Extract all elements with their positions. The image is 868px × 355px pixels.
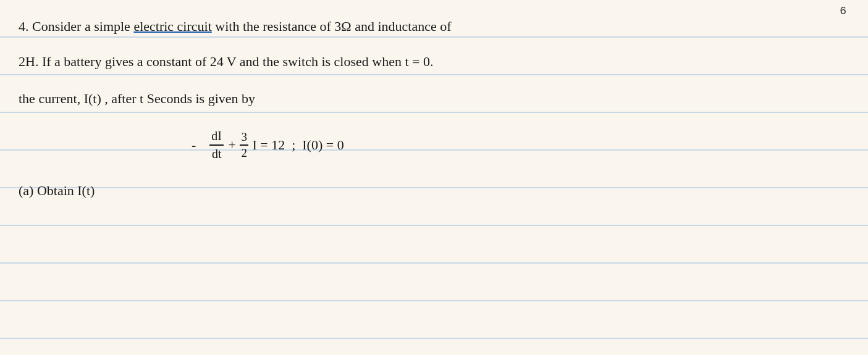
part-a-text: (a) Obtain I(t) <box>19 184 95 198</box>
page-container: 6 4. Consider a simple electric circuit … <box>0 0 868 355</box>
line2-text: 2H. If a battery gives a constant of 24 … <box>19 55 433 69</box>
underlined-text: electric circuit <box>133 19 211 34</box>
line3-text: the current, I(t) , after t Seconds is g… <box>19 92 255 106</box>
fraction-dI-dt: dI dt <box>209 129 224 161</box>
line-part-a: (a) Obtain I(t) <box>19 170 849 207</box>
dash: - <box>192 138 196 152</box>
math-plus: + <box>225 137 239 153</box>
line-1: 4. Consider a simple electric circuit wi… <box>19 6 849 43</box>
frac-numerator: 3 <box>240 130 248 146</box>
math-rest: I = 12 ; I(0) = 0 <box>249 137 344 153</box>
fraction-3-2: 3 2 <box>240 130 248 160</box>
problem-number: 4. Consider a simple electric circuit wi… <box>19 20 452 33</box>
fraction-numerator: dI <box>209 129 224 146</box>
frac-denominator: 2 <box>240 146 248 160</box>
line-3: the current, I(t) , after t Seconds is g… <box>19 80 849 117</box>
math-equation-block: - dI dt + 3 2 I = 12 ; I(0) = 0 <box>19 120 849 170</box>
line-2: 2H. If a battery gives a constant of 24 … <box>19 43 849 80</box>
fraction-denominator: dt <box>210 146 224 161</box>
